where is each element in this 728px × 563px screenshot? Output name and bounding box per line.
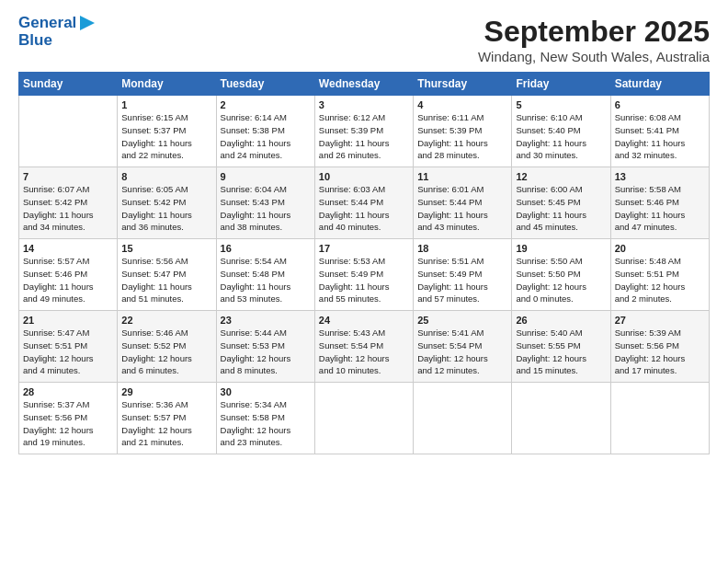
day-info: Sunrise: 6:05 AM Sunset: 5:42 PM Dayligh… — [121, 183, 211, 234]
day-number: 8 — [121, 171, 211, 182]
calendar-cell: 13Sunrise: 5:58 AM Sunset: 5:46 PM Dayli… — [610, 167, 709, 239]
calendar-cell: 21Sunrise: 5:47 AM Sunset: 5:51 PM Dayli… — [19, 311, 118, 383]
calendar-cell — [512, 383, 610, 454]
location-subtitle: Windang, New South Wales, Australia — [478, 49, 710, 64]
day-info: Sunrise: 5:48 AM Sunset: 5:51 PM Dayligh… — [615, 255, 705, 305]
day-number: 14 — [23, 243, 113, 254]
calendar-cell: 16Sunrise: 5:54 AM Sunset: 5:48 PM Dayli… — [216, 239, 314, 311]
day-number: 10 — [319, 171, 409, 182]
weekday-header-monday: Monday — [118, 73, 216, 96]
weekday-header-row: SundayMondayTuesdayWednesdayThursdayFrid… — [19, 73, 710, 96]
day-info: Sunrise: 6:15 AM Sunset: 5:37 PM Dayligh… — [121, 111, 211, 162]
calendar-cell: 20Sunrise: 5:48 AM Sunset: 5:51 PM Dayli… — [610, 239, 709, 311]
day-info: Sunrise: 5:51 AM Sunset: 5:49 PM Dayligh… — [417, 255, 507, 305]
day-number: 18 — [417, 243, 507, 254]
header: General Blue September 2025 Windang, New… — [18, 15, 710, 64]
weekday-header-wednesday: Wednesday — [314, 73, 413, 96]
calendar-cell: 19Sunrise: 5:50 AM Sunset: 5:50 PM Dayli… — [512, 239, 610, 311]
calendar-cell — [19, 96, 118, 167]
day-info: Sunrise: 5:46 AM Sunset: 5:52 PM Dayligh… — [121, 327, 211, 377]
day-info: Sunrise: 6:10 AM Sunset: 5:40 PM Dayligh… — [516, 111, 606, 162]
week-row-2: 14Sunrise: 5:57 AM Sunset: 5:46 PM Dayli… — [19, 239, 710, 311]
day-number: 24 — [319, 315, 409, 326]
calendar-cell: 25Sunrise: 5:41 AM Sunset: 5:54 PM Dayli… — [414, 311, 512, 383]
day-number: 6 — [615, 99, 705, 110]
day-info: Sunrise: 6:04 AM Sunset: 5:43 PM Dayligh… — [221, 183, 311, 234]
logo: General Blue — [18, 15, 95, 49]
day-number: 1 — [121, 99, 211, 110]
day-number: 5 — [516, 99, 606, 110]
calendar-cell: 10Sunrise: 6:03 AM Sunset: 5:44 PM Dayli… — [314, 167, 413, 239]
week-row-3: 21Sunrise: 5:47 AM Sunset: 5:51 PM Dayli… — [19, 311, 710, 383]
day-info: Sunrise: 5:54 AM Sunset: 5:48 PM Dayligh… — [221, 255, 311, 305]
day-info: Sunrise: 5:37 AM Sunset: 5:56 PM Dayligh… — [23, 398, 113, 449]
day-info: Sunrise: 6:12 AM Sunset: 5:39 PM Dayligh… — [319, 111, 409, 162]
logo-general: General — [18, 15, 76, 32]
weekday-header-sunday: Sunday — [19, 73, 118, 96]
day-number: 27 — [615, 315, 705, 326]
day-number: 23 — [221, 315, 311, 326]
calendar-cell: 7Sunrise: 6:07 AM Sunset: 5:42 PM Daylig… — [19, 167, 118, 239]
day-info: Sunrise: 5:50 AM Sunset: 5:50 PM Dayligh… — [516, 255, 606, 305]
day-info: Sunrise: 5:57 AM Sunset: 5:46 PM Dayligh… — [23, 255, 113, 305]
day-number: 16 — [221, 243, 311, 254]
day-number: 9 — [221, 171, 311, 182]
day-info: Sunrise: 5:47 AM Sunset: 5:51 PM Dayligh… — [23, 327, 113, 377]
week-row-4: 28Sunrise: 5:37 AM Sunset: 5:56 PM Dayli… — [19, 383, 710, 454]
day-info: Sunrise: 6:14 AM Sunset: 5:38 PM Dayligh… — [221, 111, 311, 162]
calendar-cell: 30Sunrise: 5:34 AM Sunset: 5:58 PM Dayli… — [216, 383, 314, 454]
day-number: 3 — [319, 99, 409, 110]
weekday-header-tuesday: Tuesday — [216, 73, 314, 96]
calendar-cell: 24Sunrise: 5:43 AM Sunset: 5:54 PM Dayli… — [314, 311, 413, 383]
day-number: 22 — [121, 315, 211, 326]
calendar-cell: 11Sunrise: 6:01 AM Sunset: 5:44 PM Dayli… — [414, 167, 512, 239]
day-info: Sunrise: 5:44 AM Sunset: 5:53 PM Dayligh… — [221, 327, 311, 377]
day-info: Sunrise: 5:41 AM Sunset: 5:54 PM Dayligh… — [417, 327, 507, 377]
calendar-cell: 28Sunrise: 5:37 AM Sunset: 5:56 PM Dayli… — [19, 383, 118, 454]
day-info: Sunrise: 5:43 AM Sunset: 5:54 PM Dayligh… — [319, 327, 409, 377]
title-block: September 2025 Windang, New South Wales,… — [478, 15, 710, 64]
calendar-cell: 15Sunrise: 5:56 AM Sunset: 5:47 PM Dayli… — [118, 239, 216, 311]
weekday-header-thursday: Thursday — [414, 73, 512, 96]
day-info: Sunrise: 6:07 AM Sunset: 5:42 PM Dayligh… — [23, 183, 113, 234]
calendar-cell: 8Sunrise: 6:05 AM Sunset: 5:42 PM Daylig… — [118, 167, 216, 239]
calendar-cell: 2Sunrise: 6:14 AM Sunset: 5:38 PM Daylig… — [216, 96, 314, 167]
calendar-cell: 9Sunrise: 6:04 AM Sunset: 5:43 PM Daylig… — [216, 167, 314, 239]
svg-marker-0 — [80, 16, 95, 30]
day-number: 30 — [221, 386, 311, 397]
day-number: 25 — [417, 315, 507, 326]
day-info: Sunrise: 5:40 AM Sunset: 5:55 PM Dayligh… — [516, 327, 606, 377]
weekday-header-friday: Friday — [512, 73, 610, 96]
calendar-cell: 14Sunrise: 5:57 AM Sunset: 5:46 PM Dayli… — [19, 239, 118, 311]
logo-text: General Blue — [18, 15, 95, 49]
calendar-cell — [314, 383, 413, 454]
day-number: 21 — [23, 315, 113, 326]
day-number: 20 — [615, 243, 705, 254]
day-info: Sunrise: 5:34 AM Sunset: 5:58 PM Dayligh… — [221, 398, 311, 449]
calendar-table: SundayMondayTuesdayWednesdayThursdayFrid… — [18, 72, 710, 454]
week-row-1: 7Sunrise: 6:07 AM Sunset: 5:42 PM Daylig… — [19, 167, 710, 239]
logo-arrow-icon — [78, 16, 95, 30]
calendar-cell: 22Sunrise: 5:46 AM Sunset: 5:52 PM Dayli… — [118, 311, 216, 383]
week-row-0: 1Sunrise: 6:15 AM Sunset: 5:37 PM Daylig… — [19, 96, 710, 167]
month-title: September 2025 — [478, 15, 710, 49]
day-number: 28 — [23, 386, 113, 397]
day-info: Sunrise: 6:11 AM Sunset: 5:39 PM Dayligh… — [417, 111, 507, 162]
calendar-cell — [610, 383, 709, 454]
weekday-header-saturday: Saturday — [610, 73, 709, 96]
calendar-cell: 27Sunrise: 5:39 AM Sunset: 5:56 PM Dayli… — [610, 311, 709, 383]
day-number: 15 — [121, 243, 211, 254]
day-info: Sunrise: 6:03 AM Sunset: 5:44 PM Dayligh… — [319, 183, 409, 234]
day-info: Sunrise: 6:00 AM Sunset: 5:45 PM Dayligh… — [516, 183, 606, 234]
day-number: 7 — [23, 171, 113, 182]
day-number: 4 — [417, 99, 507, 110]
day-info: Sunrise: 5:39 AM Sunset: 5:56 PM Dayligh… — [615, 327, 705, 377]
day-number: 19 — [516, 243, 606, 254]
calendar-cell: 29Sunrise: 5:36 AM Sunset: 5:57 PM Dayli… — [118, 383, 216, 454]
calendar-cell: 6Sunrise: 6:08 AM Sunset: 5:41 PM Daylig… — [610, 96, 709, 167]
calendar-cell: 18Sunrise: 5:51 AM Sunset: 5:49 PM Dayli… — [414, 239, 512, 311]
day-number: 13 — [615, 171, 705, 182]
calendar-cell: 12Sunrise: 6:00 AM Sunset: 5:45 PM Dayli… — [512, 167, 610, 239]
calendar-cell — [414, 383, 512, 454]
day-number: 12 — [516, 171, 606, 182]
